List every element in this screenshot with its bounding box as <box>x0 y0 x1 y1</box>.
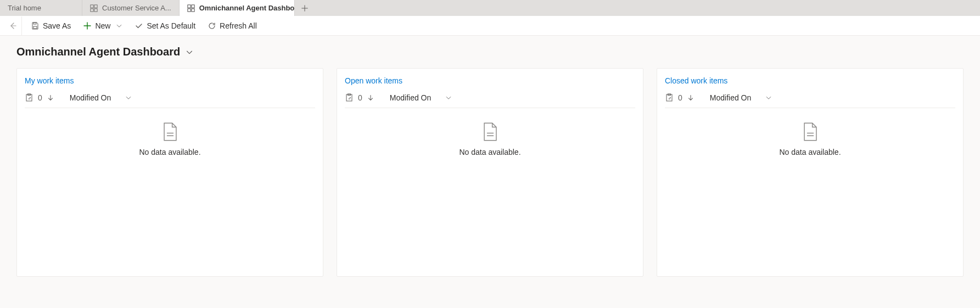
refresh-all-label: Refresh All <box>220 21 257 30</box>
svg-rect-2 <box>91 8 93 11</box>
sort-field-dropdown[interactable]: Modified On <box>70 93 132 102</box>
card-count: 0 <box>38 93 42 102</box>
new-tab-button[interactable] <box>295 0 315 16</box>
svg-rect-0 <box>91 4 93 7</box>
tab-label: Customer Service A... <box>102 4 171 12</box>
tab-strip: Trial home Customer Service A... Omnicha… <box>0 0 980 16</box>
sort-field-label: Modified On <box>390 93 431 102</box>
svg-rect-1 <box>94 4 97 7</box>
card-count: 0 <box>358 93 362 102</box>
empty-text: No data available. <box>779 148 841 156</box>
card-open-work-items: Open work items 0 Modified On <box>337 68 643 277</box>
sort-field-label: Modified On <box>70 93 111 102</box>
tab-trial-home[interactable]: Trial home <box>0 0 82 16</box>
clipboard-icon <box>345 93 354 102</box>
document-icon <box>802 122 819 141</box>
card-my-work-items: My work items 0 Modified On <box>16 68 323 277</box>
save-as-icon <box>31 21 40 30</box>
card-count-group: 0 <box>25 93 54 102</box>
sort-field-label: Modified On <box>710 93 751 102</box>
content-area: Omnichannel Agent Dashboard My work item… <box>0 36 980 287</box>
empty-state: No data available. <box>345 108 635 156</box>
page-title-row[interactable]: Omnichannel Agent Dashboard <box>16 46 964 58</box>
tab-customer-service[interactable]: Customer Service A... <box>82 0 180 16</box>
workspace-icon <box>187 4 195 12</box>
tab-label: Omnichannel Agent Dashboard <box>199 4 295 12</box>
chevron-down-icon <box>186 48 193 56</box>
empty-text: No data available. <box>139 148 200 156</box>
card-title[interactable]: Open work items <box>345 76 635 85</box>
chevron-down-icon <box>445 94 452 101</box>
page-title: Omnichannel Agent Dashboard <box>16 46 180 58</box>
set-as-default-label: Set As Default <box>147 21 195 30</box>
card-toolbar: 0 Modified On <box>665 91 955 108</box>
card-count: 0 <box>678 93 682 102</box>
chevron-down-icon <box>116 23 122 29</box>
card-title[interactable]: My work items <box>25 76 315 85</box>
save-as-button[interactable]: Save As <box>25 16 76 35</box>
document-icon <box>162 122 178 141</box>
clipboard-icon <box>25 93 33 102</box>
command-bar: Save As New Set As Default Refresh All <box>0 16 980 36</box>
arrow-down-icon[interactable] <box>367 94 374 102</box>
card-count-group: 0 <box>345 93 374 102</box>
empty-state: No data available. <box>25 108 315 156</box>
sort-field-dropdown[interactable]: Modified On <box>710 93 772 102</box>
tab-label: Trial home <box>8 4 41 12</box>
card-title[interactable]: Closed work items <box>665 76 955 85</box>
svg-rect-6 <box>188 8 191 11</box>
tab-omnichannel-dashboard[interactable]: Omnichannel Agent Dashboard <box>180 0 295 16</box>
arrow-down-icon[interactable] <box>687 94 695 102</box>
empty-state: No data available. <box>665 108 955 156</box>
plus-icon <box>83 21 92 30</box>
svg-rect-3 <box>94 8 97 11</box>
plus-icon <box>301 4 309 12</box>
new-label: New <box>95 21 110 30</box>
svg-rect-5 <box>192 4 194 7</box>
new-button[interactable]: New <box>77 16 128 35</box>
svg-rect-8 <box>33 23 36 24</box>
svg-rect-4 <box>188 4 191 7</box>
card-toolbar: 0 Modified On <box>25 91 315 108</box>
workspace-icon <box>90 4 98 12</box>
arrow-down-icon[interactable] <box>47 94 54 102</box>
card-closed-work-items: Closed work items 0 Modified On <box>657 68 964 277</box>
back-arrow-icon <box>8 21 17 30</box>
document-icon <box>482 122 499 141</box>
chevron-down-icon <box>125 94 132 101</box>
chevron-down-icon <box>765 94 772 101</box>
refresh-icon <box>208 21 216 30</box>
clipboard-icon <box>665 93 674 102</box>
svg-rect-7 <box>192 8 194 11</box>
card-toolbar: 0 Modified On <box>345 91 635 108</box>
check-icon <box>135 21 143 30</box>
card-count-group: 0 <box>665 93 695 102</box>
back-button[interactable] <box>3 16 22 35</box>
save-as-label: Save As <box>43 21 71 30</box>
card-row: My work items 0 Modified On <box>16 68 964 277</box>
refresh-all-button[interactable]: Refresh All <box>202 16 262 35</box>
set-as-default-button[interactable]: Set As Default <box>129 16 201 35</box>
empty-text: No data available. <box>459 148 520 156</box>
sort-field-dropdown[interactable]: Modified On <box>390 93 452 102</box>
svg-rect-9 <box>33 26 37 29</box>
